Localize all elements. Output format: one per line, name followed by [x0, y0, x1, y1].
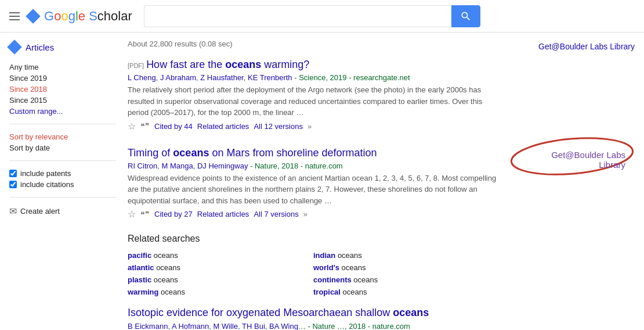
result-3-author-2[interactable]: A Hofmann [172, 322, 209, 330]
result-2-versions[interactable]: All 7 versions [254, 210, 298, 218]
sort-by-relevance[interactable]: Sort by relevance [9, 131, 116, 142]
result-item-1: [PDF]How fast are the oceans warming? L … [128, 58, 505, 132]
result-2-meta: RI Citron, M Manga, DJ Hemingway - Natur… [128, 162, 505, 170]
result-3-author-1[interactable]: B Eickmann [128, 322, 168, 330]
result-1-title-prefix: How fast are the [146, 59, 225, 70]
include-patents-checkbox[interactable]: include patents [9, 168, 116, 179]
main-layout: Articles Any time Since 2019 Since 2018 … [0, 33, 644, 330]
right-panel: Get@Boulder Labs Library Get@Boulder Lab… [516, 33, 644, 330]
search-form: oceans [144, 5, 480, 27]
result-3-author-3[interactable]: M Wille [213, 322, 238, 330]
sidebar-articles-section: Articles [9, 42, 116, 52]
result-3-title-prefix: Isotopic evidence for oxygenated Mesoarc… [128, 307, 393, 318]
logo[interactable]: Google Scholar [28, 9, 132, 24]
menu-icon[interactable] [9, 12, 20, 20]
related-searches-title: Related searches [128, 234, 505, 244]
include-citations-label: include citations [20, 180, 74, 189]
related-searches-grid: pacific oceans indian oceans atlantic oc… [128, 251, 476, 296]
result-1-highlight: oceans [225, 59, 261, 70]
result-2-actions: ☆ ❝❞ Cited by 27 Related articles All 7 … [128, 209, 505, 220]
result-1-source: - Science, 2019 - researchgate.net [294, 73, 410, 82]
related-item-3[interactable]: world's oceans [313, 263, 476, 272]
result-2-quote-icon[interactable]: ❝❞ [140, 210, 150, 219]
result-1-authors: L Cheng, J Abraham, Z Hausfather, KE Tre… [128, 73, 292, 82]
result-1-related[interactable]: Related articles [197, 122, 249, 131]
result-2-title-link[interactable]: Timing of oceans on Mars from shoreline … [128, 147, 377, 159]
result-2-related[interactable]: Related articles [197, 210, 249, 218]
result-3-author-4[interactable]: TH Bui [242, 322, 265, 330]
sidebar-divider-2 [9, 160, 116, 161]
result-2-title-line: Timing of oceans on Mars from shoreline … [128, 146, 505, 160]
search-icon [460, 10, 472, 22]
result-1-author-2[interactable]: J Abraham [160, 73, 196, 82]
sidebar: Articles Any time Since 2019 Since 2018 … [0, 33, 116, 330]
result-item-3: Isotopic evidence for oxygenated Mesoarc… [128, 306, 505, 330]
result-2-title-prefix: Timing of [128, 147, 173, 159]
related-item-5[interactable]: continents oceans [313, 275, 476, 284]
results-panel: About 22,800 results (0.08 sec) [PDF]How… [116, 33, 516, 330]
result-3-author-5[interactable]: BA Wing [269, 322, 298, 330]
filter-custom-range[interactable]: Custom range... [9, 106, 116, 117]
result-1-star-icon[interactable]: ☆ [128, 121, 136, 132]
result-2-more-icon[interactable]: » [303, 210, 307, 218]
sidebar-divider-1 [9, 124, 116, 124]
get-boulder-link-1[interactable]: Get@Boulder Labs Library [526, 42, 635, 51]
related-item-6[interactable]: warming oceans [128, 288, 290, 296]
create-alert-label: Create alert [20, 207, 60, 216]
result-3-highlight: oceans [393, 307, 429, 318]
filter-since-2015[interactable]: Since 2015 [9, 95, 116, 106]
result-3-title-line: Isotopic evidence for oxygenated Mesoarc… [128, 306, 505, 320]
result-1-more-icon[interactable]: » [307, 122, 312, 131]
result-1-author-4[interactable]: KE Trenberth [248, 73, 292, 82]
result-1-versions[interactable]: All 12 versions [254, 122, 303, 131]
result-1-author-3[interactable]: Z Hausfather [200, 73, 243, 82]
result-2-star-icon[interactable]: ☆ [128, 209, 136, 220]
sort-by-date[interactable]: Sort by date [9, 142, 116, 153]
related-item-0[interactable]: pacific oceans [128, 251, 290, 260]
result-2-author-3[interactable]: DJ Hemingway [197, 162, 248, 170]
result-3-meta: B Eickmann, A Hofmann, M Wille, TH Bui, … [128, 322, 505, 330]
result-1-meta: L Cheng, J Abraham, Z Hausfather, KE Tre… [128, 73, 505, 82]
result-2-highlight: oceans [173, 147, 209, 159]
include-citations-checkbox[interactable]: include citations [9, 179, 116, 190]
result-2-cited-by[interactable]: Cited by 27 [154, 210, 193, 218]
filter-any-time[interactable]: Any time [9, 62, 116, 73]
result-2-author-2[interactable]: M Manga [162, 162, 193, 170]
filter-since-2019[interactable]: Since 2019 [9, 73, 116, 84]
search-input[interactable]: oceans [144, 5, 451, 27]
result-1-actions: ☆ ❝❞ Cited by 44 Related articles All 12… [128, 121, 505, 132]
get-boulder-link-2[interactable]: Get@Boulder Labs Library [526, 144, 635, 175]
result-1-pdf-badge: [PDF] [128, 62, 144, 69]
result-1-author-1[interactable]: L Cheng [128, 73, 156, 82]
sort-section: Sort by relevance Sort by date [9, 131, 116, 153]
result-1-snippet: The relatively short period after the de… [128, 84, 505, 119]
articles-icon [7, 40, 21, 54]
related-searches-section: Related searches pacific oceans indian o… [128, 234, 505, 296]
result-2-authors: RI Citron, M Manga, DJ Hemingway [128, 162, 248, 170]
result-1-title-suffix: warming? [261, 59, 309, 70]
search-button[interactable] [451, 5, 480, 27]
result-item-2: Timing of oceans on Mars from shoreline … [128, 146, 505, 220]
related-item-2[interactable]: atlantic oceans [128, 263, 290, 272]
result-2-author-1[interactable]: RI Citron [128, 162, 157, 170]
related-item-1[interactable]: indian oceans [313, 251, 476, 260]
logo-diamond-shape [26, 9, 40, 23]
result-1-cited-by[interactable]: Cited by 44 [154, 122, 193, 131]
result-2-snippet: Widespread evidence points to the existe… [128, 173, 505, 207]
mail-icon: ✉ [9, 206, 17, 217]
result-1-quote-icon[interactable]: ❝❞ [140, 121, 150, 131]
result-2-title-suffix: on Mars from shoreline deformation [209, 147, 377, 159]
logo-text: Google Scholar [44, 9, 132, 24]
include-citations-input[interactable] [9, 181, 17, 188]
results-time: (0.08 sec) [199, 40, 233, 48]
result-3-title-link[interactable]: Isotopic evidence for oxygenated Mesoarc… [128, 307, 429, 318]
result-1-title-link[interactable]: [PDF]How fast are the oceans warming? [128, 59, 309, 70]
include-patents-input[interactable] [9, 170, 17, 177]
result-1-title-line: [PDF]How fast are the oceans warming? [128, 58, 505, 72]
create-alert[interactable]: ✉ Create alert [9, 205, 116, 218]
filter-since-2018[interactable]: Since 2018 [9, 84, 116, 95]
checkbox-section: include patents include citations [9, 168, 116, 190]
related-item-4[interactable]: plastic oceans [128, 275, 290, 284]
related-item-7[interactable]: tropical oceans [313, 288, 476, 296]
time-filter-section: Any time Since 2019 Since 2018 Since 201… [9, 62, 116, 117]
